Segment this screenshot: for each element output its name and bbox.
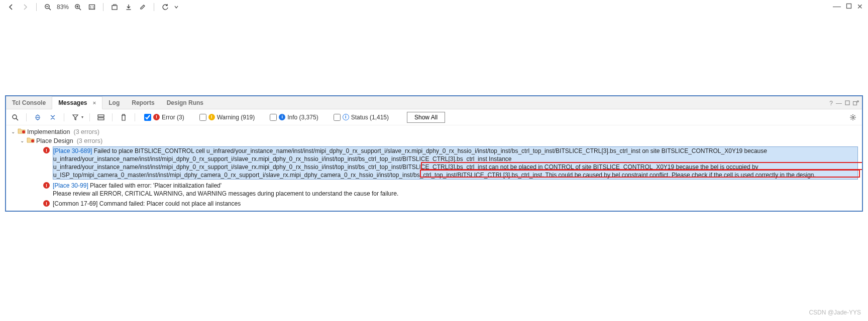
filter-warning-checkbox[interactable] [199,114,206,121]
zoom-out-button[interactable] [42,1,54,13]
folder-errors-icon [27,137,35,143]
folder-errors-icon [18,128,26,134]
svg-rect-18 [98,118,104,120]
filter-status[interactable]: i Status (1,415) [334,114,389,121]
search-icon[interactable] [10,114,20,121]
svg-line-4 [79,8,81,10]
open-button[interactable] [108,1,121,13]
tree-node-note: (3 errors) [73,128,99,136]
nav-forward-button[interactable] [19,1,31,13]
error-icon: ! [43,182,50,189]
refresh-dropdown-icon[interactable] [173,1,179,13]
svg-line-1 [49,8,51,10]
svg-rect-12 [845,101,849,105]
filter-status-label: Status (1,415) [351,114,389,121]
message-body: Command failed: Placer could not place a… [99,200,241,207]
message-body-line2: Please review all ERROR, CRITICAL WARNIN… [53,190,398,197]
messages-filterbar: ▾ ! Error (3) ! Warning (919) i Info (3,… [6,109,862,125]
message-code: [Place 30-99] [53,182,88,189]
filter-icon[interactable] [70,114,80,121]
message-text: [Place 30-689] Failed to place BITSLICE_… [53,146,858,180]
expand-all-icon[interactable] [48,114,58,121]
twisty-open-icon[interactable]: ⌄ [20,137,25,145]
svg-point-14 [13,115,17,119]
message-body: Placer failed with error: 'Placer initia… [88,182,222,189]
tab-close-icon[interactable]: × [93,100,96,106]
svg-point-21 [31,139,34,142]
refresh-button[interactable] [159,1,171,13]
trash-icon[interactable] [119,114,129,121]
svg-line-15 [16,118,18,120]
filter-info-label: Info (3,375) [287,114,318,121]
nav-back-button[interactable] [5,1,17,13]
tree-node-label: Implementation [27,128,70,136]
filter-info-checkbox[interactable] [270,114,277,121]
filter-error[interactable]: ! Error (3) [144,114,184,121]
panel-tabs: Tcl Console Messages × Log Reports Desig… [6,96,862,109]
filter-info[interactable]: i Info (3,375) [270,114,318,121]
twisty-open-icon[interactable]: ⌄ [11,128,16,136]
zoom-in-button[interactable] [72,1,84,13]
collapse-all-icon[interactable] [33,114,43,121]
tree-node-label: Place Design [36,137,73,145]
top-toolbar: 83% 1:1 [0,0,868,14]
message-body: Failed to place BITSLICE_CONTROL cell u_… [53,147,816,179]
error-icon: ! [43,200,50,207]
show-all-button[interactable]: Show All [407,112,445,123]
tab-tcl-console[interactable]: Tcl Console [6,97,52,109]
filter-warning[interactable]: ! Warning (919) [199,114,255,121]
panel-maximize-icon[interactable] [845,100,850,107]
window-maximize-icon[interactable] [846,3,852,11]
tab-log[interactable]: Log [102,97,126,109]
tab-reports[interactable]: Reports [126,97,160,109]
tree-node-note: (3 errors) [77,137,102,145]
zoom-actual-button[interactable]: 1:1 [86,1,98,13]
group-icon[interactable] [96,114,106,120]
panel-help-icon[interactable]: ? [829,100,833,107]
settings-icon[interactable] [848,114,858,121]
tab-design-runs[interactable]: Design Runs [161,97,209,109]
bottom-panel: Tcl Console Messages × Log Reports Desig… [5,95,863,212]
window-close-icon[interactable]: ✕ [857,3,863,11]
message-item-2[interactable]: ! [Place 30-99] Placer failed with error… [6,181,862,199]
svg-point-19 [852,116,854,118]
tree-node-place-design[interactable]: ⌄ Place Design (3 errors) [6,136,862,145]
svg-rect-17 [98,115,104,117]
message-text: [Common 17-69] Command failed: Placer co… [53,200,241,208]
error-icon: ! [153,114,160,120]
filter-error-checkbox[interactable] [144,114,151,121]
panel-minimize-icon[interactable]: — [836,100,842,107]
window-controls: — ✕ [833,2,863,11]
filter-error-label: Error (3) [162,114,184,121]
tab-messages[interactable]: Messages × [52,96,102,109]
svg-rect-13 [853,102,857,105]
svg-text:1:1: 1:1 [89,6,94,9]
svg-point-20 [22,130,25,133]
error-icon: ! [43,147,50,153]
watermark-text: CSDN @Jade-YYS [809,309,861,316]
filter-status-checkbox[interactable] [334,114,341,121]
filter-warning-label: Warning (919) [217,114,255,121]
message-code: [Place 30-689] [53,147,92,154]
tree-node-implementation[interactable]: ⌄ Implementation (3 errors) [6,127,862,136]
zoom-level: 83% [56,4,70,11]
messages-tree: ⌄ Implementation (3 errors) ⌄ Place Desi… [6,125,862,211]
message-code: [Common 17-69] [53,200,99,207]
info-icon: i [279,114,285,120]
panel-detach-icon[interactable] [853,100,859,107]
message-item-3[interactable]: ! [Common 17-69] Command failed: Placer … [6,199,862,209]
filter-dropdown-icon[interactable]: ▾ [81,115,83,119]
status-icon: i [343,114,349,120]
message-text: [Place 30-99] Placer failed with error: … [53,182,398,198]
warning-icon: ! [208,114,215,120]
message-item-1[interactable]: ! [Place 30-689] Failed to place BITSLIC… [6,145,862,181]
svg-rect-9 [112,6,117,10]
edit-button[interactable] [137,1,149,13]
window-minimize-icon[interactable]: — [833,2,841,11]
svg-rect-11 [847,4,851,8]
download-button[interactable] [123,1,135,13]
